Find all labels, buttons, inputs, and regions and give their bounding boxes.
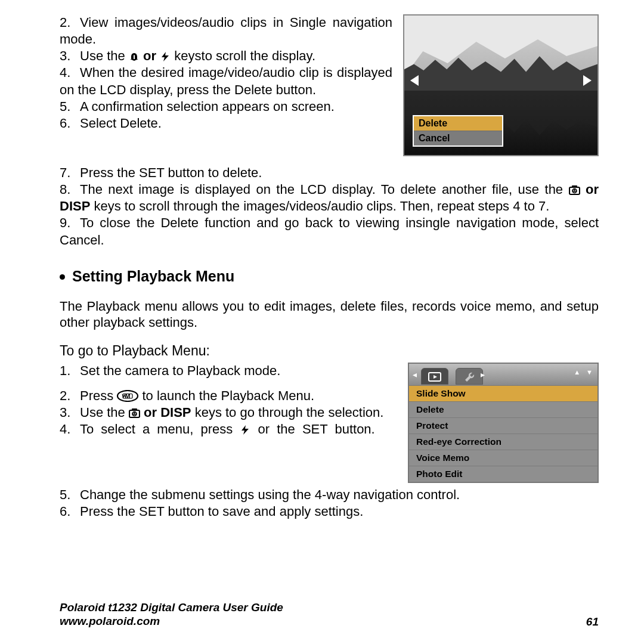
delete-confirm-dialog: Delete Cancel	[413, 115, 503, 147]
step-text: Set the camera to Playback mode.	[80, 363, 280, 378]
disp-key: DISP	[160, 405, 191, 420]
page-footer: Polaroid t1232 Digital Camera User Guide…	[60, 600, 599, 629]
step-7: 7.Press the SET button to delete.	[60, 165, 599, 181]
step-text: To close the Delete function and go back…	[60, 215, 599, 247]
nav-right-icon	[583, 75, 592, 86]
menu-tab-bar: ◂ ▸ ▲▼	[409, 364, 597, 385]
playback-menu-figure: ◂ ▸ ▲▼ Slide Show Delete Protect Red-eye…	[408, 363, 599, 483]
up-icon: ▲	[574, 369, 580, 376]
manual-page: 2.View images/videos/audio clips in Sing…	[0, 0, 644, 644]
step-6: 6.Select Delete.	[60, 115, 392, 132]
lcd-delete-dialog-figure: Delete Cancel	[403, 14, 599, 156]
tab-right-icon: ▸	[481, 370, 485, 379]
pb-step-5: 5.Change the submenu settings using the …	[60, 487, 599, 503]
menu-item-photo-edit: Photo Edit	[409, 466, 597, 482]
playback-steps-left: 1.Set the camera to Playback mode. 2.Pre…	[60, 363, 397, 438]
step-9: 9.To close the Delete function and go ba…	[60, 215, 599, 248]
section-heading: Setting Playback Menu	[60, 268, 599, 285]
step-text: Change the submenu settings using the 4-…	[80, 487, 460, 502]
menu-oval-icon	[117, 390, 138, 402]
tab-setup	[456, 368, 483, 385]
tab-left-icon: ◂	[413, 370, 417, 379]
menu-item-voice-memo: Voice Memo	[409, 450, 597, 466]
section-subheading: To go to Playback Menu:	[60, 343, 599, 359]
footer-url: www.polaroid.com	[60, 614, 283, 628]
page-number: 61	[586, 615, 599, 628]
step-5: 5.A confirmation selection appears on sc…	[60, 98, 392, 115]
step-text: Press the SET button to save and apply s…	[80, 504, 363, 519]
step-text: Press the SET button to delete.	[80, 165, 262, 180]
step-text: Press to launch the Playback Menu.	[80, 388, 314, 403]
flash-icon	[160, 51, 171, 62]
step-4: 4.When the desired image/video/audio cli…	[60, 64, 392, 98]
flash-icon	[240, 425, 250, 435]
face-frame-icon	[569, 185, 580, 196]
menu-item-red-eye: Red-eye Correction	[409, 434, 597, 450]
tab-playback	[421, 368, 448, 385]
step-text: To select a menu, press or the SET butto…	[80, 422, 375, 436]
step-8: 8.The next image is displayed on the LCD…	[60, 181, 599, 215]
dialog-option-delete: Delete	[414, 116, 502, 131]
pb-step-4: 4.To select a menu, press or the SET but…	[60, 421, 397, 438]
step-text: When the desired image/video/audio clip …	[60, 65, 392, 97]
footer-title: Polaroid t1232 Digital Camera User Guide	[60, 600, 283, 615]
dialog-option-cancel: Cancel	[414, 131, 502, 145]
bullet-icon	[60, 274, 65, 280]
step-2: 2.View images/videos/audio clips in Sing…	[60, 14, 392, 48]
menu-item-protect: Protect	[409, 417, 597, 434]
delete-steps-bottom: 7.Press the SET button to delete. 8.The …	[60, 165, 599, 249]
menu-item-slide-show: Slide Show	[409, 385, 597, 401]
face-frame-icon	[129, 408, 140, 419]
step-text: View images/videos/audio clips in Single…	[60, 15, 392, 47]
disp-key: DISP	[60, 199, 90, 213]
menu-items: Slide Show Delete Protect Red-eye Correc…	[409, 385, 597, 482]
macro-icon	[129, 51, 140, 62]
step-text: The next image is displayed on the LCD d…	[60, 182, 599, 213]
pb-step-2: 2.Press to launch the Playback Menu.	[60, 388, 397, 404]
step-text: Use the or DISP keys to go through the s…	[80, 405, 383, 420]
step-text: Use the or keysto scroll the display.	[80, 48, 315, 63]
pb-step-3: 3.Use the or DISP keys to go through the…	[60, 404, 397, 421]
nav-left-icon	[410, 75, 419, 86]
delete-steps-top: 2.View images/videos/audio clips in Sing…	[60, 14, 392, 156]
down-icon: ▼	[586, 369, 593, 376]
step-text: A confirmation selection appears on scre…	[80, 99, 335, 114]
section-paragraph: The Playback menu allows you to edit ima…	[60, 298, 599, 331]
pb-step-6: 6.Press the SET button to save and apply…	[60, 503, 599, 520]
playback-steps-bottom: 5.Change the submenu settings using the …	[60, 487, 599, 520]
menu-item-delete: Delete	[409, 401, 597, 417]
pb-step-1: 1.Set the camera to Playback mode.	[60, 363, 397, 379]
step-text: Select Delete.	[80, 116, 162, 131]
step-3: 3.Use the or keysto scroll the display.	[60, 48, 392, 64]
